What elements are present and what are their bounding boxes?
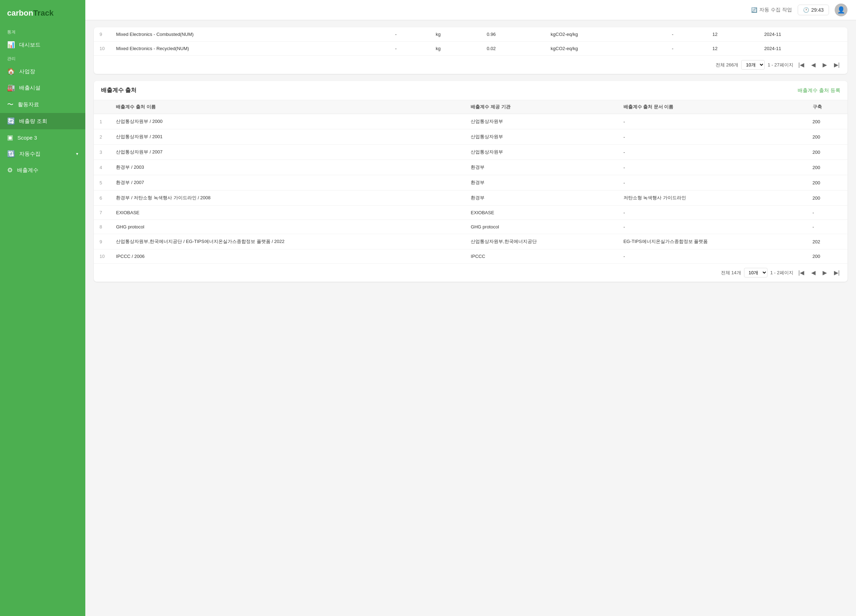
row-provider: 환경부 [465, 175, 617, 190]
row-num: 6 [94, 190, 110, 206]
top-per-page-select[interactable]: 10개 20개 50개 [741, 60, 765, 70]
row-num: 9 [94, 28, 110, 41]
row-provider: 산업통상자원부 [465, 114, 617, 129]
row-col6: - [666, 41, 707, 56]
row-doc-name: - [618, 175, 807, 190]
col-build: 구축 [807, 100, 847, 114]
col-doc-name: 배출계수 출처 문서 이름 [618, 100, 807, 114]
source-page-info: 1 - 2페이지 [770, 270, 793, 276]
table-row: 7 EXIOBASE EXIOBASE - - [94, 206, 847, 220]
topbar: 🔄 자동 수집 작업 🕐 29:43 👤 [85, 0, 856, 20]
sidebar-item-label: 활동자료 [18, 101, 39, 108]
col-provider: 배출계수 제공 기관 [465, 100, 617, 114]
row-num: 3 [94, 144, 110, 160]
sidebar-item-emission-inquiry[interactable]: 🔄 배출량 조회 [0, 113, 85, 129]
row-col4: 200 [807, 144, 847, 160]
auto-collect-status: 🔄 자동 수집 작업 [751, 7, 792, 13]
table-row: 9 산업통상자원부,한국에너지공단 / EG-TIPS에너지온실가스종합정보 플… [94, 234, 847, 249]
row-col7: 12 [707, 41, 759, 56]
dashboard-icon: 📊 [7, 41, 15, 49]
col-num [94, 100, 110, 114]
row-name: EXIOBASE [110, 206, 465, 220]
row-col4: - [807, 206, 847, 220]
row-doc-name: EG-TIPS에너지온실가스종합정보 플랫폼 [618, 234, 807, 249]
top-first-page-button[interactable]: |◀ [796, 61, 806, 69]
business-icon: 🏠 [7, 68, 15, 75]
sidebar-item-business[interactable]: 🏠 사업장 [0, 63, 85, 80]
sidebar-item-dashboard[interactable]: 📊 대시보드 [0, 37, 85, 53]
row-provider: 산업통상자원부 [465, 129, 617, 144]
top-last-page-button[interactable]: ▶| [832, 61, 842, 69]
row-provider: 산업통상자원부 [465, 144, 617, 160]
emission-inquiry-icon: 🔄 [7, 117, 15, 125]
row-col2: - [390, 28, 430, 41]
logo-carbon: carbon [7, 9, 33, 17]
source-first-page-button[interactable]: |◀ [796, 269, 806, 277]
row-unit2: kgCO2-eq/kg [545, 28, 666, 41]
table-row: 6 환경부 / 저탄소형 녹색행사 가이드라인 / 2008 환경부 저탄소형 … [94, 190, 847, 206]
row-unit: kg [430, 41, 481, 56]
row-num: 7 [94, 206, 110, 220]
row-value: 0.02 [481, 41, 545, 56]
sidebar-item-auto-collect[interactable]: 🔃 자동수집 ▾ [0, 146, 85, 162]
row-name: 산업통상자원부 / 2001 [110, 129, 465, 144]
row-col4: 202 [807, 234, 847, 249]
row-unit2: kgCO2-eq/kg [545, 41, 666, 56]
row-name: Mixed Electronics - Recycled(NUM) [110, 41, 389, 56]
source-table-card: 배출계수 출처 배출계수 출처 등록 배출계수 출처 이름 배출계수 제공 기관… [94, 81, 847, 282]
table-row: 5 환경부 / 2007 환경부 - 200 [94, 175, 847, 190]
source-table-pagination: 전체 14개 10개 20개 50개 1 - 2페이지 |◀ ◀ ▶ ▶| [94, 263, 847, 282]
table-row: 4 환경부 / 2003 환경부 - 200 [94, 160, 847, 175]
sidebar-item-label: Scope 3 [17, 135, 37, 141]
row-provider: 환경부 [465, 160, 617, 175]
row-doc-name: - [618, 144, 807, 160]
top-next-page-button[interactable]: ▶ [821, 61, 829, 69]
sidebar: carbonTrack 통계 📊 대시보드 관리 🏠 사업장 🏭 배출시설 〜 … [0, 0, 85, 616]
top-prev-page-button[interactable]: ◀ [809, 61, 818, 69]
avatar[interactable]: 👤 [834, 3, 847, 16]
row-provider: 환경부 [465, 190, 617, 206]
source-table-action[interactable]: 배출계수 출처 등록 [798, 88, 841, 94]
source-table-header: 배출계수 출처 배출계수 출처 등록 [94, 81, 847, 100]
table-row: 3 산업통상자원부 / 2007 산업통상자원부 - 200 [94, 144, 847, 160]
row-name: GHG protocol [110, 220, 465, 234]
sidebar-item-emission-factor[interactable]: ⚙ 배출계수 [0, 162, 85, 178]
row-num: 4 [94, 160, 110, 175]
scope3-icon: ▣ [7, 134, 13, 141]
sidebar-item-emission-facility[interactable]: 🏭 배출시설 [0, 80, 85, 96]
source-prev-page-button[interactable]: ◀ [809, 269, 818, 277]
source-table: 배출계수 출처 이름 배출계수 제공 기관 배출계수 출처 문서 이름 구축 1… [94, 100, 847, 263]
row-provider: 산업통상자원부,한국에너지공단 [465, 234, 617, 249]
source-per-page-select[interactable]: 10개 20개 50개 [744, 268, 767, 278]
sidebar-item-label: 사업장 [19, 68, 35, 75]
row-name: 환경부 / 2007 [110, 175, 465, 190]
row-doc-name: - [618, 114, 807, 129]
row-name: 환경부 / 2003 [110, 160, 465, 175]
row-doc-name: - [618, 129, 807, 144]
clock-icon: 🕐 [803, 7, 809, 13]
sidebar-item-label: 배출량 조회 [19, 118, 47, 125]
sidebar-item-scope3[interactable]: ▣ Scope 3 [0, 129, 85, 146]
row-doc-name: - [618, 206, 807, 220]
source-next-page-button[interactable]: ▶ [821, 269, 829, 277]
row-date: 2024-11 [759, 28, 847, 41]
sidebar-item-label: 배출시설 [19, 84, 40, 91]
emission-factor-icon: ⚙ [7, 166, 13, 174]
row-num: 2 [94, 129, 110, 144]
row-col4: 200 [807, 175, 847, 190]
row-num: 8 [94, 220, 110, 234]
col-name: 배출계수 출처 이름 [110, 100, 465, 114]
source-last-page-button[interactable]: ▶| [832, 269, 842, 277]
row-provider: EXIOBASE [465, 206, 617, 220]
source-total-count: 전체 14개 [721, 270, 741, 276]
row-doc-name: 저탄소형 녹색행사 가이드라인 [618, 190, 807, 206]
emission-factor-table-top: 9 Mixed Electronics - Combusted(NUM) - k… [94, 28, 847, 74]
sidebar-item-activity-data[interactable]: 〜 활동자료 [0, 96, 85, 113]
row-col2: - [390, 41, 430, 56]
emission-factor-table: 9 Mixed Electronics - Combusted(NUM) - k… [94, 28, 847, 55]
auto-collect-icon: 🔃 [7, 150, 15, 158]
table-row: 1 산업통상자원부 / 2000 산업통상자원부 - 200 [94, 114, 847, 129]
row-name: 산업통상자원부 / 2000 [110, 114, 465, 129]
table-row: 8 GHG protocol GHG protocol - - [94, 220, 847, 234]
row-col4: - [807, 220, 847, 234]
